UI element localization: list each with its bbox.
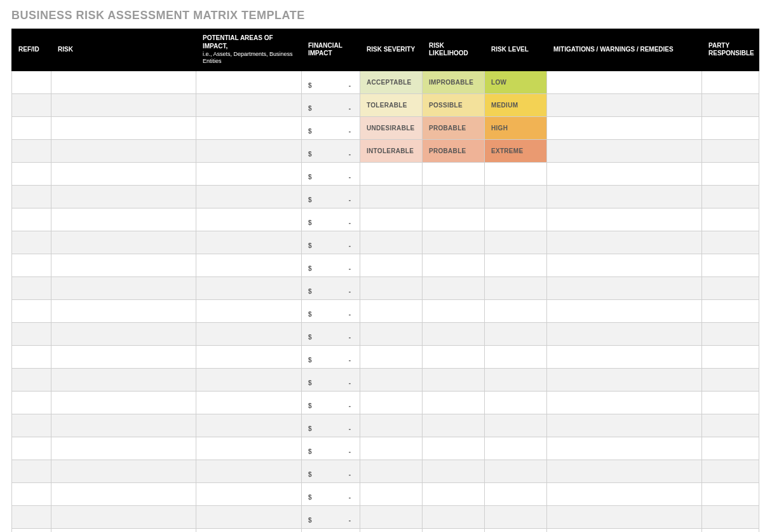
cell-level[interactable] xyxy=(485,345,547,368)
cell-severity[interactable]: UNDESIRABLE xyxy=(360,116,423,139)
cell-mitigations[interactable] xyxy=(547,185,702,208)
cell-level[interactable]: HIGH xyxy=(485,116,547,139)
cell-level[interactable] xyxy=(485,231,547,254)
cell-party[interactable] xyxy=(702,482,759,505)
cell-ref[interactable] xyxy=(12,299,51,322)
cell-impact[interactable] xyxy=(196,299,302,322)
cell-impact[interactable] xyxy=(196,437,302,460)
cell-likelihood[interactable] xyxy=(423,208,485,231)
cell-mitigations[interactable] xyxy=(547,437,702,460)
cell-impact[interactable] xyxy=(196,276,302,299)
cell-severity[interactable]: INTOLERABLE xyxy=(360,139,423,162)
cell-impact[interactable] xyxy=(196,231,302,254)
cell-financial[interactable]: $- xyxy=(302,185,360,208)
cell-ref[interactable] xyxy=(12,437,51,460)
cell-likelihood[interactable] xyxy=(423,505,485,528)
cell-party[interactable] xyxy=(702,276,759,299)
cell-risk[interactable] xyxy=(51,437,196,460)
cell-mitigations[interactable] xyxy=(547,345,702,368)
cell-party[interactable] xyxy=(702,71,759,93)
cell-ref[interactable] xyxy=(12,345,51,368)
cell-impact[interactable] xyxy=(196,528,302,532)
cell-mitigations[interactable] xyxy=(547,299,702,322)
cell-likelihood[interactable] xyxy=(423,185,485,208)
cell-party[interactable] xyxy=(702,231,759,254)
cell-party[interactable] xyxy=(702,345,759,368)
cell-severity[interactable] xyxy=(360,299,423,322)
cell-level[interactable] xyxy=(485,368,547,391)
cell-ref[interactable] xyxy=(12,482,51,505)
cell-financial[interactable]: $- xyxy=(302,414,360,437)
cell-impact[interactable] xyxy=(196,460,302,482)
cell-level[interactable] xyxy=(485,528,547,532)
cell-ref[interactable] xyxy=(12,231,51,254)
cell-risk[interactable] xyxy=(51,414,196,437)
cell-ref[interactable] xyxy=(12,185,51,208)
cell-mitigations[interactable] xyxy=(547,71,702,93)
cell-financial[interactable]: $- xyxy=(302,528,360,532)
cell-ref[interactable] xyxy=(12,528,51,532)
cell-risk[interactable] xyxy=(51,368,196,391)
cell-level[interactable] xyxy=(485,460,547,482)
cell-financial[interactable]: $- xyxy=(302,231,360,254)
cell-level[interactable] xyxy=(485,254,547,276)
cell-mitigations[interactable] xyxy=(547,460,702,482)
cell-level[interactable] xyxy=(485,482,547,505)
cell-severity[interactable] xyxy=(360,437,423,460)
cell-level[interactable] xyxy=(485,162,547,185)
cell-risk[interactable] xyxy=(51,185,196,208)
cell-risk[interactable] xyxy=(51,93,196,116)
cell-risk[interactable] xyxy=(51,482,196,505)
cell-party[interactable] xyxy=(702,93,759,116)
cell-impact[interactable] xyxy=(196,322,302,345)
cell-severity[interactable]: TOLERABLE xyxy=(360,93,423,116)
cell-party[interactable] xyxy=(702,185,759,208)
cell-impact[interactable] xyxy=(196,93,302,116)
cell-likelihood[interactable] xyxy=(423,162,485,185)
cell-party[interactable] xyxy=(702,116,759,139)
cell-likelihood[interactable] xyxy=(423,231,485,254)
cell-financial[interactable]: $- xyxy=(302,299,360,322)
cell-likelihood[interactable] xyxy=(423,482,485,505)
cell-severity[interactable] xyxy=(360,528,423,532)
cell-ref[interactable] xyxy=(12,322,51,345)
cell-financial[interactable]: $- xyxy=(302,71,360,93)
cell-risk[interactable] xyxy=(51,116,196,139)
cell-mitigations[interactable] xyxy=(547,368,702,391)
cell-ref[interactable] xyxy=(12,414,51,437)
cell-financial[interactable]: $- xyxy=(302,391,360,414)
cell-party[interactable] xyxy=(702,368,759,391)
cell-party[interactable] xyxy=(702,460,759,482)
cell-severity[interactable] xyxy=(360,505,423,528)
cell-party[interactable] xyxy=(702,254,759,276)
cell-risk[interactable] xyxy=(51,276,196,299)
cell-likelihood[interactable] xyxy=(423,414,485,437)
cell-likelihood[interactable] xyxy=(423,391,485,414)
cell-impact[interactable] xyxy=(196,505,302,528)
cell-risk[interactable] xyxy=(51,162,196,185)
cell-level[interactable] xyxy=(485,322,547,345)
cell-risk[interactable] xyxy=(51,460,196,482)
cell-financial[interactable]: $- xyxy=(302,322,360,345)
cell-party[interactable] xyxy=(702,437,759,460)
cell-likelihood[interactable]: IMPROBABLE xyxy=(423,71,485,93)
cell-likelihood[interactable] xyxy=(423,368,485,391)
cell-financial[interactable]: $- xyxy=(302,254,360,276)
cell-level[interactable] xyxy=(485,299,547,322)
cell-risk[interactable] xyxy=(51,254,196,276)
cell-level[interactable]: EXTREME xyxy=(485,139,547,162)
cell-party[interactable] xyxy=(702,528,759,532)
cell-likelihood[interactable] xyxy=(423,528,485,532)
cell-impact[interactable] xyxy=(196,391,302,414)
cell-level[interactable]: MEDIUM xyxy=(485,93,547,116)
cell-risk[interactable] xyxy=(51,322,196,345)
cell-mitigations[interactable] xyxy=(547,414,702,437)
cell-ref[interactable] xyxy=(12,162,51,185)
cell-severity[interactable] xyxy=(360,162,423,185)
cell-ref[interactable] xyxy=(12,368,51,391)
cell-ref[interactable] xyxy=(12,93,51,116)
cell-financial[interactable]: $- xyxy=(302,162,360,185)
cell-mitigations[interactable] xyxy=(547,254,702,276)
cell-risk[interactable] xyxy=(51,71,196,93)
cell-severity[interactable] xyxy=(360,460,423,482)
